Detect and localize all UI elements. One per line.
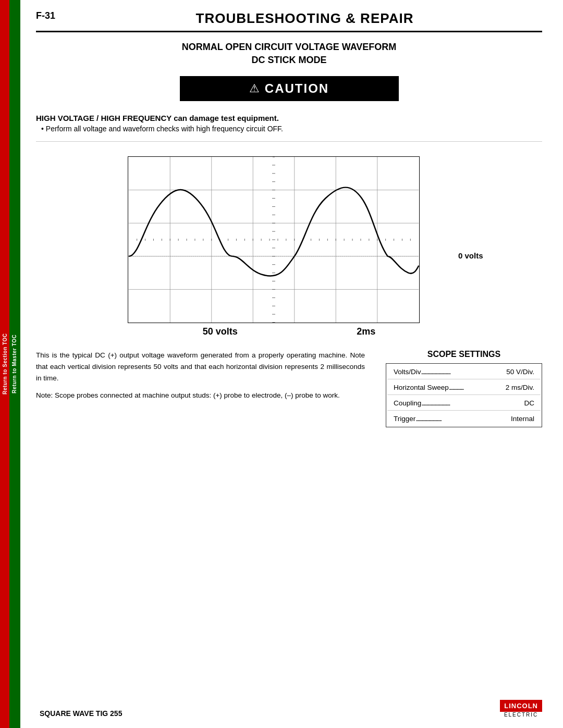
page-title: TROUBLESHOOTING & REPAIR [67,10,542,27]
page-content: F-31 TROUBLESHOOTING & REPAIR NORMAL OPE… [19,0,563,728]
x-scale-label: 2ms [357,326,375,337]
caution-bullet: • Perform all voltage and waveform check… [41,125,542,133]
scope-settings-panel: SCOPE SETTINGS Volts/Div................… [386,350,542,427]
section-title: NORMAL OPEN CIRCUIT VOLTAGE WAVEFORM DC … [36,41,542,67]
description-para-2: Note: Scope probes connected at machine … [36,390,365,401]
side-tabs: Return to Section TOC Return to Master T… [0,0,19,728]
scope-settings-title: SCOPE SETTINGS [386,350,542,359]
footer-model: SQUARE WAVE TIG 255 [40,709,122,718]
caution-title: HIGH VOLTAGE / HIGH FREQUENCY can damage… [36,114,542,122]
setting-dots: ............................ [415,415,441,423]
caution-label: CAUTION [265,81,329,96]
oscilloscope-area: CH1 [128,156,451,337]
description-para-1: This is the typical DC (+) output voltag… [36,350,365,384]
caution-box: ⚠ CAUTION [180,76,399,101]
setting-label: Horizontal Sweep [394,384,449,391]
y-scale-label: 50 volts [203,326,238,337]
page-header: F-31 TROUBLESHOOTING & REPAIR [36,10,542,32]
setting-dots: ................................ [421,368,450,376]
section-toc-tab-1[interactable]: Return to Section TOC [0,0,9,728]
setting-label: Trigger [394,415,415,423]
scope-settings-row: Horizontal Sweep................2 ms/Div… [387,380,541,395]
warning-icon: ⚠ [249,82,260,95]
scope-display [128,156,420,323]
setting-value: 2 ms/Div. [506,384,534,391]
zero-volts-label: 0 volts [458,251,483,260]
bottom-section: This is the typical DC (+) output voltag… [36,350,542,427]
master-toc-tab-1[interactable]: Return to Master TOC [9,0,19,728]
brand-sub: ELECTRIC [504,712,538,718]
setting-dots: ............................... [421,399,449,407]
page-number: F-31 [36,10,67,21]
scope-grid-wrapper: 0 volts [128,156,451,323]
lincoln-logo: LINCOLN ELECTRIC [500,700,542,718]
page-footer: SQUARE WAVE TIG 255 LINCOLN ELECTRIC [19,700,563,718]
scope-settings-row: Trigger............................Inter… [387,412,541,426]
divider-1 [36,141,542,142]
setting-label: Volts/Div [394,368,421,376]
scope-settings-row: Volts/Div...............................… [387,365,541,379]
setting-value: 50 V/Div. [506,368,534,376]
brand-name: LINCOLN [500,700,542,712]
scope-bottom-labels: 50 volts 2ms [128,326,451,337]
setting-dots: ................ [449,384,463,391]
setting-value: Internal [511,415,534,423]
description: This is the typical DC (+) output voltag… [36,350,365,427]
setting-value: DC [524,399,535,407]
scope-settings-table: Volts/Div...............................… [386,363,542,427]
setting-label: Coupling [394,399,421,407]
scope-settings-row: Coupling...............................D… [387,396,541,411]
caution-content: HIGH VOLTAGE / HIGH FREQUENCY can damage… [36,114,542,133]
